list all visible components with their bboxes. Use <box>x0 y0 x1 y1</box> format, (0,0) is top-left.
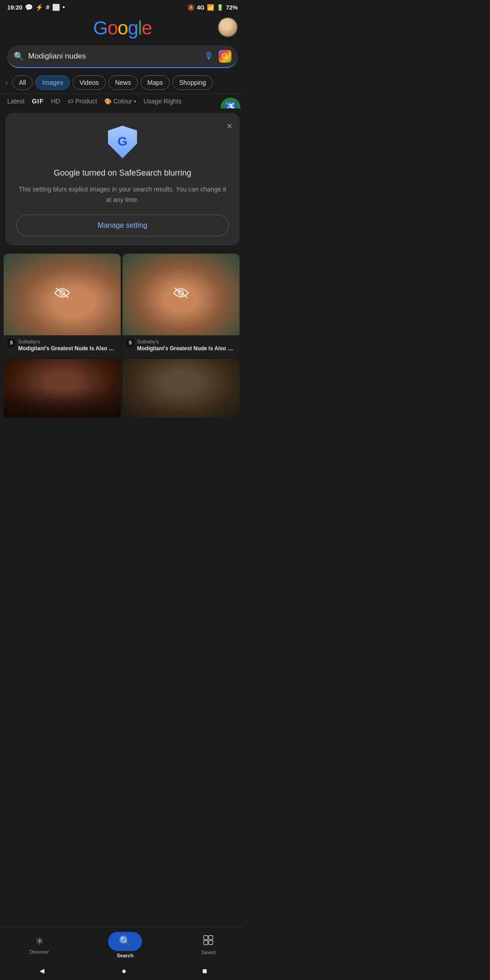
source-title-1: Modigliani's Greatest Nude Is Also His … <box>18 345 117 353</box>
filter-gif[interactable]: GIF <box>32 98 44 105</box>
image-card-2[interactable]: S Sotheby's Modigliani's Greatest Nude I… <box>122 254 240 357</box>
search-actions: 🎙 <box>204 50 231 63</box>
blurred-image-1 <box>4 254 121 335</box>
svg-line-5 <box>175 288 187 298</box>
sothebys-logo-1: S <box>7 339 15 347</box>
search-icon: 🔍 <box>14 51 24 61</box>
status-bar: 19:20 💬 ⚡ # ⬜ • 🔕 4G 📶 🔋 72% <box>0 0 245 13</box>
mute-icon: 🔕 <box>187 4 195 11</box>
source-info-1: Sotheby's Modigliani's Greatest Nude Is … <box>18 339 117 353</box>
svg-line-1 <box>226 57 228 59</box>
image-gradient-overlay-1 <box>4 388 121 418</box>
tab-images-label: Images <box>42 79 63 86</box>
safesearch-body: This setting blurs explicit images in yo… <box>16 184 229 205</box>
card-source-1: S Sotheby's Modigliani's Greatest Nude I… <box>4 335 121 357</box>
search-query[interactable]: Modigliani nudes <box>28 52 204 61</box>
messenger-icon: ⚡ <box>35 4 43 11</box>
header: Google <box>0 13 245 43</box>
dot-icon: • <box>63 4 65 11</box>
filter-container: Latest GIF HD 🏷 Product 🎨 Colour ▾ Usage… <box>0 94 245 108</box>
source-title-2: Modigliani's Greatest Nude Is Also His … <box>137 345 236 353</box>
bottom-image-1 <box>4 359 121 418</box>
image-card-1[interactable]: S Sotheby's Modigliani's Greatest Nude I… <box>4 254 121 357</box>
search-bar[interactable]: 🔍 Modigliani nudes 🎙 <box>7 45 238 68</box>
manage-setting-button[interactable]: Manage setting <box>16 215 229 236</box>
microphone-icon[interactable]: 🎙 <box>204 50 214 62</box>
tab-news[interactable]: News <box>108 75 138 90</box>
colour-dropdown-icon: ▾ <box>134 99 136 104</box>
logo-letter-g: g <box>128 17 138 39</box>
bottom-image-2 <box>122 359 240 418</box>
filter-bar: Latest GIF HD 🏷 Product 🎨 Colour ▾ Usage… <box>0 94 245 108</box>
whatsapp-icon: 💬 <box>25 4 33 11</box>
logo-letter-e: e <box>142 17 152 39</box>
battery-icon: 🔋 <box>216 4 224 11</box>
shield-g-letter: G <box>118 134 127 149</box>
filter-product[interactable]: 🏷 Product <box>68 98 97 105</box>
colour-palette-icon: 🎨 <box>104 98 112 105</box>
image-card-3[interactable] <box>4 359 121 418</box>
tab-all-label: All <box>19 79 26 86</box>
tab-back-button[interactable]: ‹ <box>4 76 10 89</box>
tab-videos-label: Videos <box>79 79 99 86</box>
filter-latest-label: Latest <box>7 98 24 105</box>
tab-maps-label: Maps <box>147 79 163 86</box>
filter-usage-rights-label: Usage Rights <box>143 98 181 105</box>
filter-colour[interactable]: 🎨 Colour ▾ <box>104 98 136 105</box>
google-shield-logo: G <box>108 126 137 159</box>
search-tabs: ‹ All Images Videos News Maps Shopping <box>0 74 245 94</box>
accessibility-icon: ♿ <box>225 102 237 108</box>
user-avatar[interactable] <box>218 17 238 37</box>
filter-product-label: Product <box>75 98 97 105</box>
logo-letter-o1: o <box>108 17 118 39</box>
google-logo: Google <box>93 17 152 39</box>
sothebys-logo-2: S <box>126 339 134 347</box>
tab-shopping-label: Shopping <box>179 79 206 86</box>
battery-percent: 72% <box>226 4 238 11</box>
status-left: 19:20 💬 ⚡ # ⬜ • <box>7 4 65 11</box>
hidden-content-icon-2 <box>173 286 189 303</box>
source-name-2: Sotheby's <box>137 339 236 344</box>
instagram-icon: ⬜ <box>52 4 60 11</box>
filter-hd-label: HD <box>51 98 60 105</box>
slack-icon: # <box>46 4 49 11</box>
tab-shopping[interactable]: Shopping <box>172 75 213 90</box>
safesearch-dialog: × G Google turned on SafeSearch blurring… <box>5 113 240 245</box>
blurred-image-2 <box>122 254 240 335</box>
logo-letter-G: G <box>93 17 108 39</box>
svg-line-3 <box>56 288 69 298</box>
tab-news-label: News <box>115 79 131 86</box>
tab-all[interactable]: All <box>12 75 33 90</box>
svg-point-0 <box>222 54 226 58</box>
image-grid: S Sotheby's Modigliani's Greatest Nude I… <box>0 250 245 418</box>
tab-maps[interactable]: Maps <box>141 75 170 90</box>
image-card-4[interactable] <box>122 359 240 418</box>
network-label: 4G <box>197 4 205 11</box>
google-lens-icon[interactable] <box>219 50 231 63</box>
filter-hd[interactable]: HD <box>51 98 60 105</box>
filter-usage-rights[interactable]: Usage Rights <box>143 98 181 105</box>
avatar-image <box>219 18 237 36</box>
logo-letter-o2: o <box>118 17 127 39</box>
tab-images[interactable]: Images <box>35 75 70 90</box>
tab-videos[interactable]: Videos <box>73 75 106 90</box>
filter-gif-label: GIF <box>32 98 44 105</box>
filter-colour-label: Colour <box>113 98 132 105</box>
product-tag-icon: 🏷 <box>68 98 74 105</box>
dialog-close-button[interactable]: × <box>226 120 232 132</box>
status-time: 19:20 <box>7 4 22 11</box>
source-name-1: Sotheby's <box>18 339 117 344</box>
safesearch-title: Google turned on SafeSearch blurring <box>16 167 229 179</box>
hidden-content-icon-1 <box>54 286 70 303</box>
status-right: 🔕 4G 📶 🔋 72% <box>187 4 238 11</box>
source-info-2: Sotheby's Modigliani's Greatest Nude Is … <box>137 339 236 353</box>
filter-latest[interactable]: Latest <box>7 98 24 105</box>
card-source-2: S Sotheby's Modigliani's Greatest Nude I… <box>122 335 240 357</box>
signal-icon: 📶 <box>207 4 214 11</box>
